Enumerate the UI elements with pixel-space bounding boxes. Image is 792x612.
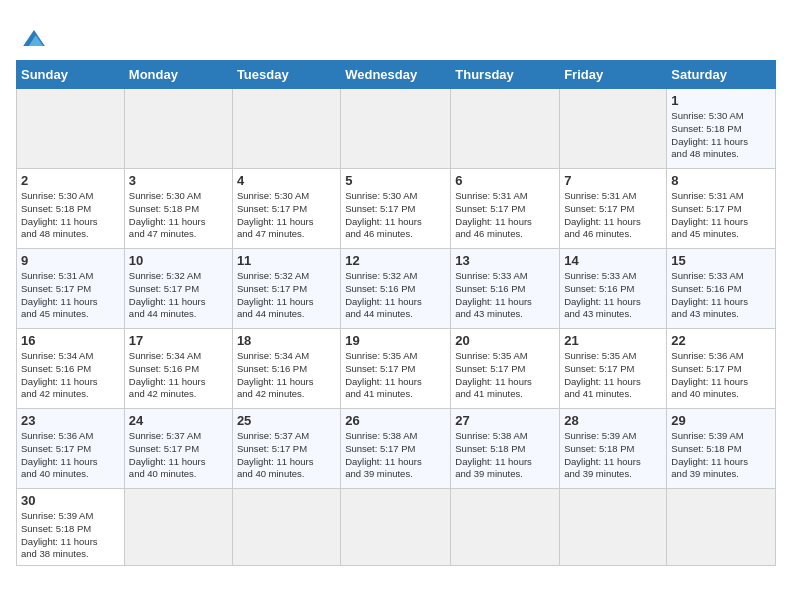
day-info: Sunrise: 5:39 AMSunset: 5:18 PMDaylight:…	[564, 430, 662, 481]
calendar-cell: 18Sunrise: 5:34 AMSunset: 5:16 PMDayligh…	[232, 329, 340, 409]
day-header-saturday: Saturday	[667, 61, 776, 89]
day-header-monday: Monday	[124, 61, 232, 89]
calendar-cell: 17Sunrise: 5:34 AMSunset: 5:16 PMDayligh…	[124, 329, 232, 409]
calendar-cell: 3Sunrise: 5:30 AMSunset: 5:18 PMDaylight…	[124, 169, 232, 249]
day-info: Sunrise: 5:39 AMSunset: 5:18 PMDaylight:…	[21, 510, 120, 561]
calendar-week-6: 30Sunrise: 5:39 AMSunset: 5:18 PMDayligh…	[17, 489, 776, 566]
calendar-cell: 20Sunrise: 5:35 AMSunset: 5:17 PMDayligh…	[451, 329, 560, 409]
day-number: 17	[129, 333, 228, 348]
calendar-cell: 19Sunrise: 5:35 AMSunset: 5:17 PMDayligh…	[341, 329, 451, 409]
page-header	[16, 16, 776, 52]
calendar-cell: 1Sunrise: 5:30 AMSunset: 5:18 PMDaylight…	[667, 89, 776, 169]
calendar-cell	[667, 489, 776, 566]
day-number: 13	[455, 253, 555, 268]
day-info: Sunrise: 5:34 AMSunset: 5:16 PMDaylight:…	[129, 350, 228, 401]
day-number: 8	[671, 173, 771, 188]
day-number: 1	[671, 93, 771, 108]
calendar-week-2: 2Sunrise: 5:30 AMSunset: 5:18 PMDaylight…	[17, 169, 776, 249]
calendar-cell: 15Sunrise: 5:33 AMSunset: 5:16 PMDayligh…	[667, 249, 776, 329]
day-number: 11	[237, 253, 336, 268]
day-number: 29	[671, 413, 771, 428]
day-number: 21	[564, 333, 662, 348]
day-number: 27	[455, 413, 555, 428]
calendar-cell: 13Sunrise: 5:33 AMSunset: 5:16 PMDayligh…	[451, 249, 560, 329]
calendar-cell	[232, 89, 340, 169]
calendar-week-3: 9Sunrise: 5:31 AMSunset: 5:17 PMDaylight…	[17, 249, 776, 329]
calendar-header: SundayMondayTuesdayWednesdayThursdayFrid…	[17, 61, 776, 89]
day-info: Sunrise: 5:35 AMSunset: 5:17 PMDaylight:…	[455, 350, 555, 401]
day-number: 19	[345, 333, 446, 348]
calendar-table: SundayMondayTuesdayWednesdayThursdayFrid…	[16, 60, 776, 566]
generalblue-logo-icon	[16, 24, 52, 52]
day-info: Sunrise: 5:37 AMSunset: 5:17 PMDaylight:…	[129, 430, 228, 481]
calendar-cell: 28Sunrise: 5:39 AMSunset: 5:18 PMDayligh…	[560, 409, 667, 489]
day-number: 6	[455, 173, 555, 188]
calendar-cell	[341, 89, 451, 169]
calendar-week-1: 1Sunrise: 5:30 AMSunset: 5:18 PMDaylight…	[17, 89, 776, 169]
day-number: 28	[564, 413, 662, 428]
day-number: 18	[237, 333, 336, 348]
day-info: Sunrise: 5:36 AMSunset: 5:17 PMDaylight:…	[21, 430, 120, 481]
calendar-cell: 27Sunrise: 5:38 AMSunset: 5:18 PMDayligh…	[451, 409, 560, 489]
day-info: Sunrise: 5:33 AMSunset: 5:16 PMDaylight:…	[564, 270, 662, 321]
day-number: 25	[237, 413, 336, 428]
calendar-cell: 25Sunrise: 5:37 AMSunset: 5:17 PMDayligh…	[232, 409, 340, 489]
calendar-cell: 5Sunrise: 5:30 AMSunset: 5:17 PMDaylight…	[341, 169, 451, 249]
calendar-cell: 22Sunrise: 5:36 AMSunset: 5:17 PMDayligh…	[667, 329, 776, 409]
calendar-cell: 4Sunrise: 5:30 AMSunset: 5:17 PMDaylight…	[232, 169, 340, 249]
calendar-cell: 14Sunrise: 5:33 AMSunset: 5:16 PMDayligh…	[560, 249, 667, 329]
calendar-cell	[341, 489, 451, 566]
calendar-cell	[232, 489, 340, 566]
day-number: 26	[345, 413, 446, 428]
day-info: Sunrise: 5:30 AMSunset: 5:18 PMDaylight:…	[129, 190, 228, 241]
calendar-body: 1Sunrise: 5:30 AMSunset: 5:18 PMDaylight…	[17, 89, 776, 566]
day-info: Sunrise: 5:31 AMSunset: 5:17 PMDaylight:…	[671, 190, 771, 241]
day-info: Sunrise: 5:31 AMSunset: 5:17 PMDaylight:…	[455, 190, 555, 241]
day-info: Sunrise: 5:37 AMSunset: 5:17 PMDaylight:…	[237, 430, 336, 481]
calendar-cell	[124, 89, 232, 169]
calendar-cell: 16Sunrise: 5:34 AMSunset: 5:16 PMDayligh…	[17, 329, 125, 409]
day-number: 16	[21, 333, 120, 348]
day-number: 10	[129, 253, 228, 268]
day-number: 5	[345, 173, 446, 188]
calendar-cell: 12Sunrise: 5:32 AMSunset: 5:16 PMDayligh…	[341, 249, 451, 329]
calendar-cell: 21Sunrise: 5:35 AMSunset: 5:17 PMDayligh…	[560, 329, 667, 409]
day-info: Sunrise: 5:34 AMSunset: 5:16 PMDaylight:…	[237, 350, 336, 401]
day-number: 23	[21, 413, 120, 428]
day-number: 2	[21, 173, 120, 188]
day-number: 22	[671, 333, 771, 348]
calendar-cell: 8Sunrise: 5:31 AMSunset: 5:17 PMDaylight…	[667, 169, 776, 249]
calendar-cell: 23Sunrise: 5:36 AMSunset: 5:17 PMDayligh…	[17, 409, 125, 489]
day-number: 30	[21, 493, 120, 508]
day-number: 4	[237, 173, 336, 188]
day-number: 14	[564, 253, 662, 268]
day-number: 12	[345, 253, 446, 268]
calendar-cell: 6Sunrise: 5:31 AMSunset: 5:17 PMDaylight…	[451, 169, 560, 249]
day-info: Sunrise: 5:32 AMSunset: 5:16 PMDaylight:…	[345, 270, 446, 321]
calendar-cell: 7Sunrise: 5:31 AMSunset: 5:17 PMDaylight…	[560, 169, 667, 249]
day-info: Sunrise: 5:36 AMSunset: 5:17 PMDaylight:…	[671, 350, 771, 401]
calendar-cell	[560, 489, 667, 566]
day-header-sunday: Sunday	[17, 61, 125, 89]
calendar-cell: 29Sunrise: 5:39 AMSunset: 5:18 PMDayligh…	[667, 409, 776, 489]
day-info: Sunrise: 5:31 AMSunset: 5:17 PMDaylight:…	[21, 270, 120, 321]
calendar-cell	[17, 89, 125, 169]
day-header-friday: Friday	[560, 61, 667, 89]
day-info: Sunrise: 5:35 AMSunset: 5:17 PMDaylight:…	[345, 350, 446, 401]
day-info: Sunrise: 5:34 AMSunset: 5:16 PMDaylight:…	[21, 350, 120, 401]
calendar-cell	[124, 489, 232, 566]
calendar-cell: 26Sunrise: 5:38 AMSunset: 5:17 PMDayligh…	[341, 409, 451, 489]
calendar-cell: 9Sunrise: 5:31 AMSunset: 5:17 PMDaylight…	[17, 249, 125, 329]
calendar-cell	[451, 89, 560, 169]
calendar-cell: 10Sunrise: 5:32 AMSunset: 5:17 PMDayligh…	[124, 249, 232, 329]
day-header-tuesday: Tuesday	[232, 61, 340, 89]
day-number: 3	[129, 173, 228, 188]
day-number: 9	[21, 253, 120, 268]
day-number: 15	[671, 253, 771, 268]
calendar-cell	[560, 89, 667, 169]
day-header-thursday: Thursday	[451, 61, 560, 89]
day-info: Sunrise: 5:32 AMSunset: 5:17 PMDaylight:…	[237, 270, 336, 321]
day-number: 20	[455, 333, 555, 348]
day-info: Sunrise: 5:38 AMSunset: 5:18 PMDaylight:…	[455, 430, 555, 481]
day-info: Sunrise: 5:30 AMSunset: 5:17 PMDaylight:…	[237, 190, 336, 241]
